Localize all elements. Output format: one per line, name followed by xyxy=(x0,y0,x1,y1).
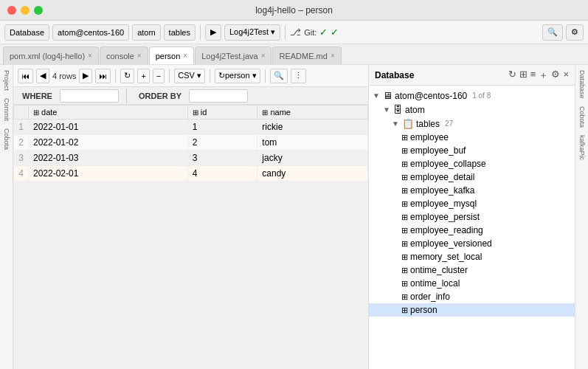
delete-row-btn[interactable]: − xyxy=(153,69,165,83)
rp-settings-icon[interactable]: ⚙ xyxy=(551,69,560,82)
person-btn[interactable]: ↻person ▾ xyxy=(215,69,260,83)
col-header-date[interactable]: ⊞ date xyxy=(29,106,188,120)
col-icon-id: ⊞ xyxy=(193,108,198,117)
settings-button[interactable]: ⚙ xyxy=(566,24,584,41)
cell-name[interactable]: tom xyxy=(257,135,368,151)
tree-table-item[interactable]: ⊞ person xyxy=(369,303,575,317)
tab-person[interactable]: person × xyxy=(149,46,194,64)
settings-icon: ⚙ xyxy=(571,27,578,37)
sidebar-cobota[interactable]: Cobota xyxy=(2,126,11,152)
tree-table-item[interactable]: ⊞ employee_detail xyxy=(369,170,575,184)
export-csv-btn[interactable]: CSV ▾ xyxy=(174,69,205,83)
table-icon: ⊞ xyxy=(401,173,408,182)
atom-centos-menu[interactable]: atom@centos-160 xyxy=(52,24,129,41)
col-label-name: name xyxy=(270,108,291,117)
nav-next[interactable]: ▶ xyxy=(79,69,92,83)
tab-pom[interactable]: pom.xml (log4j-hello) × xyxy=(3,46,99,64)
cell-id[interactable]: 4 xyxy=(187,166,257,182)
close-icon[interactable]: × xyxy=(331,52,335,60)
close-icon[interactable]: × xyxy=(137,52,142,60)
add-row-btn[interactable]: + xyxy=(137,69,149,83)
table-icon: ⊞ xyxy=(401,306,408,315)
left-sidebar: Project Commit Cobota xyxy=(0,65,13,369)
sidebar-commit[interactable]: Commit xyxy=(2,96,11,123)
content-area: ⏮ ◀ 4 rows ▶ ⏭ ↻ + − CSV ▾ ↻person ▾ 🔍 ⋮… xyxy=(13,65,368,369)
cell-id[interactable]: 1 xyxy=(187,120,257,135)
sidebar-kafkapic[interactable]: kafkaPic xyxy=(578,133,587,162)
tree-table-item[interactable]: ⊞ employee_mysql xyxy=(369,197,575,210)
atom-menu[interactable]: atom xyxy=(132,24,160,41)
search-button[interactable]: 🔍 xyxy=(542,24,563,41)
maximize-button[interactable] xyxy=(34,6,43,15)
run-button[interactable]: ▶ xyxy=(205,24,221,41)
close-icon[interactable]: × xyxy=(88,52,92,60)
tree-table-item[interactable]: ⊞ employee xyxy=(369,131,575,144)
close-icon[interactable]: × xyxy=(261,52,266,60)
cell-id[interactable]: 2 xyxy=(187,135,257,151)
close-button[interactable] xyxy=(7,6,16,15)
tree-table-label: person xyxy=(410,305,437,315)
cell-date[interactable]: 2022-01-03 xyxy=(29,151,188,166)
cell-name[interactable]: candy xyxy=(257,166,368,182)
cell-date[interactable]: 2022-01-01 xyxy=(29,120,188,135)
tree-table-item[interactable]: ⊞ employee_reading xyxy=(369,224,575,237)
where-input[interactable] xyxy=(60,89,119,103)
right-panel-icons: ↻ ⊞ ≡ ＋ ⚙ × xyxy=(508,69,569,82)
col-header-rownum xyxy=(14,106,29,120)
col-label-date: date xyxy=(41,108,57,117)
tab-console[interactable]: console × xyxy=(100,46,148,64)
cell-name[interactable]: jacky xyxy=(257,151,368,166)
database-menu[interactable]: Database xyxy=(4,24,49,41)
more-btn[interactable]: ⋮ xyxy=(291,69,306,83)
orderby-input[interactable] xyxy=(189,89,248,103)
tree-table-item[interactable]: ⊞ order_info xyxy=(369,290,575,303)
cell-date[interactable]: 2022-02-01 xyxy=(29,166,188,182)
col-icon-date: ⊞ xyxy=(33,108,39,117)
tables-menu[interactable]: tables xyxy=(164,24,196,41)
tree-table-item[interactable]: ⊞ employee_versioned xyxy=(369,237,575,250)
table-row[interactable]: 22022-01-022tom xyxy=(14,135,368,151)
table-row[interactable]: 42022-02-014candy xyxy=(14,166,368,182)
table-row[interactable]: 32022-01-033jacky xyxy=(14,151,368,166)
tree-table-item[interactable]: ⊞ ontime_cluster xyxy=(369,263,575,277)
cell-id[interactable]: 3 xyxy=(187,151,257,166)
sidebar-database[interactable]: Database xyxy=(578,68,587,101)
refresh-btn[interactable]: ↻ xyxy=(120,69,134,83)
tree-table-label: employee xyxy=(410,132,449,142)
nav-last[interactable]: ⏭ xyxy=(95,69,111,83)
tab-log4j[interactable]: Log4j2Test.java × xyxy=(195,46,271,64)
clause-divider xyxy=(126,89,127,103)
rp-close-icon[interactable]: × xyxy=(563,69,569,82)
close-icon[interactable]: × xyxy=(183,52,187,60)
tree-table-item[interactable]: ⊞ employee_kafka xyxy=(369,184,575,197)
rp-add-icon[interactable]: ＋ xyxy=(539,69,548,82)
tab-readme[interactable]: README.md × xyxy=(272,46,341,64)
cell-date[interactable]: 2022-01-02 xyxy=(29,135,188,151)
rp-refresh-icon[interactable]: ↻ xyxy=(508,69,516,82)
tree-table-item[interactable]: ⊞ employee_buf xyxy=(369,144,575,157)
sidebar-project[interactable]: Project xyxy=(2,68,11,93)
nav-prev[interactable]: ◀ xyxy=(36,69,49,83)
tree-table-item[interactable]: ⊞ ontime_local xyxy=(369,277,575,290)
nav-first[interactable]: ⏮ xyxy=(18,69,33,83)
tree-table-item[interactable]: ⊞ employee_collapse xyxy=(369,157,575,170)
sidebar-cobota[interactable]: Cobota xyxy=(578,104,587,130)
table-row[interactable]: 12022-01-011rickie xyxy=(14,120,368,135)
log4j-test-button[interactable]: Log4j2Test ▾ xyxy=(224,24,280,41)
table-icon: ⊞ xyxy=(401,252,408,262)
rp-schema-icon[interactable]: ⊞ xyxy=(519,69,528,82)
rp-filter-icon[interactable]: ≡ xyxy=(530,69,536,82)
col-header-id[interactable]: ⊞ id xyxy=(187,106,257,120)
tree-table-item[interactable]: ⊞ employee_persist xyxy=(369,210,575,224)
tree-atom[interactable]: ▼ 🗄 atom xyxy=(369,103,575,117)
tab-log4j-label: Log4j2Test.java xyxy=(201,52,257,61)
zoom-btn[interactable]: 🔍 xyxy=(270,69,288,83)
tree-table-item[interactable]: ⊞ memory_set_local xyxy=(369,250,575,263)
table-icon: ⊞ xyxy=(401,279,408,289)
cell-name[interactable]: rickie xyxy=(257,120,368,135)
tree-tables[interactable]: ▼ 📋 tables 27 xyxy=(369,117,575,131)
col-header-name[interactable]: ⊞ name xyxy=(257,106,368,120)
window-title: log4j-hello – person xyxy=(255,5,333,15)
tree-root[interactable]: ▼ 🖥 atom@centos-160 1 of 8 xyxy=(369,89,575,103)
minimize-button[interactable] xyxy=(21,6,30,15)
